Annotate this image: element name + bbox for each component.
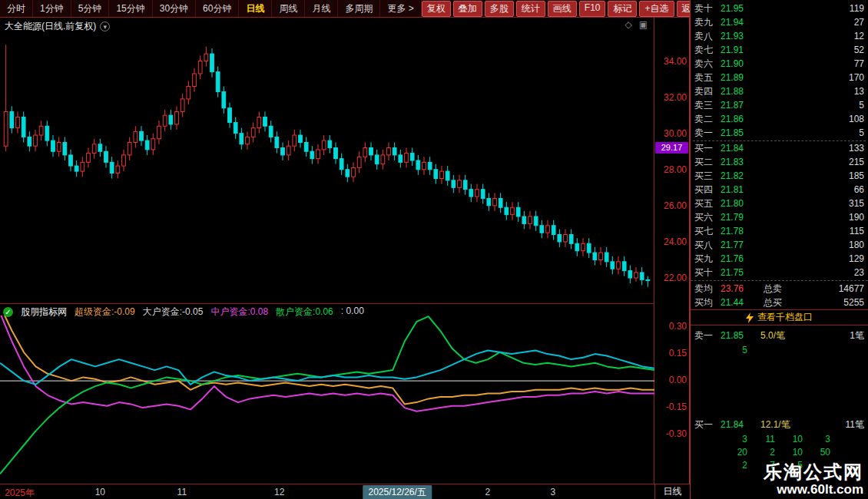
- bid-row[interactable]: 买十21.7523: [691, 266, 868, 279]
- x-ticks: 2025年1011122025/12/26/五23: [0, 484, 654, 499]
- ask-price: 21.88: [721, 86, 764, 97]
- bid-row[interactable]: 买六21.79190: [691, 210, 868, 224]
- bid-row[interactable]: 买一21.84133: [691, 141, 868, 155]
- bid-detail-price: 21.84: [721, 419, 760, 430]
- ask-price: 21.93: [721, 31, 764, 41]
- bid-volume: 133: [764, 143, 864, 154]
- ask-price: 21.94: [721, 17, 764, 28]
- bid-level-label: 买一: [694, 142, 721, 155]
- indicator-axis-label: -0.30: [666, 428, 687, 439]
- x-axis-label[interactable]: 2025/12/26/五: [363, 485, 431, 499]
- ask-row[interactable]: 卖四21.8813: [691, 84, 868, 98]
- ask-volume: 5: [764, 127, 864, 138]
- toolbar-button[interactable]: 统计: [516, 1, 545, 17]
- ask-queue: 5: [691, 343, 868, 356]
- diamond-icon[interactable]: ◇: [624, 19, 631, 30]
- ask-row[interactable]: 卖三21.875: [691, 98, 868, 112]
- period-label: 日线: [654, 484, 690, 499]
- ask-volume: 77: [764, 58, 864, 69]
- chevron-down-icon[interactable]: ▾: [100, 21, 110, 31]
- bid-detail-per-trade: 12.1/笔: [760, 418, 811, 431]
- ask-row[interactable]: 卖六21.9077: [691, 57, 868, 71]
- period-tab[interactable]: 更多 >: [380, 0, 421, 17]
- period-tab[interactable]: 分时: [0, 0, 33, 17]
- toolbar-button[interactable]: 标记: [608, 1, 637, 17]
- ask-row[interactable]: 卖七21.9152: [691, 43, 868, 57]
- total-sell-label: 总卖: [764, 283, 794, 296]
- period-tab[interactable]: 15分钟: [109, 0, 152, 17]
- source-check-icon: ✓: [3, 307, 13, 317]
- toolbar-button[interactable]: 多股: [485, 1, 514, 17]
- queue-value: 11: [747, 434, 775, 444]
- period-tab[interactable]: 日线: [239, 0, 272, 17]
- x-axis-label: 2: [485, 487, 490, 497]
- bid-row[interactable]: 买四21.8166: [691, 183, 868, 197]
- window-icon[interactable]: ▣: [639, 19, 648, 30]
- toolbar-button[interactable]: 复权: [422, 1, 451, 17]
- ask-row[interactable]: 卖八21.9312: [691, 29, 868, 43]
- price-axis-label: 34.00: [664, 56, 687, 67]
- bid-row[interactable]: 买九21.76129: [691, 252, 868, 266]
- legend-item: 大户资金:-0.05: [143, 306, 204, 319]
- toolbar-button[interactable]: 画线: [548, 1, 577, 17]
- ask-level-label: 卖八: [694, 30, 721, 43]
- bid-price: 21.80: [721, 198, 764, 209]
- toolbar-button[interactable]: F10: [579, 1, 606, 17]
- bid-row[interactable]: 买八21.77180: [691, 238, 868, 252]
- bid-volume: 190: [764, 212, 864, 223]
- candlestick-chart[interactable]: [0, 18, 654, 303]
- buy-average-label: 买均: [694, 296, 721, 309]
- ask-level-label: 卖十: [694, 2, 721, 15]
- main-chart-area[interactable]: 大全能源(日线.前复权) ▾ ◇ ▣: [0, 18, 654, 303]
- bid-row[interactable]: 买七21.78115: [691, 224, 868, 238]
- bid-level-label: 买五: [694, 197, 721, 210]
- chart-title-row: 大全能源(日线.前复权) ▾: [5, 20, 110, 33]
- bid-detail-trades: 11笔: [811, 418, 864, 431]
- period-tab[interactable]: 周线: [272, 0, 305, 17]
- bid-volume: 66: [764, 184, 864, 195]
- period-tab[interactable]: 60分钟: [196, 0, 239, 17]
- price-axis-label: 32.00: [664, 92, 687, 103]
- ask-level-label: 卖三: [694, 99, 721, 112]
- bid-row[interactable]: 买三21.82185: [691, 169, 868, 183]
- ask-volume: 12: [764, 31, 864, 41]
- bid-level-label: 买十: [694, 266, 721, 279]
- queue-value: 2: [747, 447, 775, 458]
- chart-title: 大全能源(日线.前复权): [5, 20, 96, 33]
- bid-row[interactable]: 买五21.80315: [691, 197, 868, 210]
- ask-row[interactable]: 卖二21.86108: [691, 112, 868, 126]
- ask-row[interactable]: 卖九21.9427: [691, 15, 868, 29]
- indicator-axis-label: -0.15: [666, 402, 687, 412]
- indicator-source: 股朋指标网: [21, 306, 67, 319]
- time-axis: 2025年1011122025/12/26/五23 日线: [0, 484, 690, 499]
- indicator-panel[interactable]: ✓ 股朋指标网 超级资金:-0.09大户资金:-0.05中户资金:0.08散户资…: [0, 303, 654, 484]
- bid-row[interactable]: 买二21.83215: [691, 155, 868, 169]
- bid-level-label: 买七: [694, 225, 721, 238]
- indicator-chart[interactable]: [0, 316, 654, 483]
- toolbar-button[interactable]: 叠加: [453, 1, 482, 17]
- bid-price: 21.79: [721, 212, 764, 223]
- bid-level-label: 买二: [694, 156, 721, 169]
- bid-volume: 185: [764, 170, 864, 181]
- ask-row[interactable]: 卖五21.89170: [691, 71, 868, 84]
- ask-volume: 52: [764, 45, 864, 55]
- ask-row[interactable]: 卖一21.855: [691, 126, 868, 140]
- sell-average-row: 卖均 23.76 总卖 14677: [691, 282, 868, 296]
- ask-detail-price: 21.85: [721, 330, 760, 341]
- toolbar-button[interactable]: +自选: [639, 1, 674, 17]
- bid-detail-label: 买一: [694, 418, 721, 431]
- period-tab[interactable]: 5分钟: [71, 0, 110, 17]
- period-tab[interactable]: 多周期: [338, 0, 380, 17]
- ask-row[interactable]: 卖十21.95119: [691, 2, 868, 15]
- ask-level-label: 卖四: [694, 85, 721, 98]
- period-tab[interactable]: 月线: [305, 0, 338, 17]
- period-tab[interactable]: 30分钟: [153, 0, 196, 17]
- period-tab[interactable]: 1分钟: [33, 0, 71, 17]
- depth-link[interactable]: 查看千档盘口: [757, 311, 813, 324]
- queue-value: 20: [720, 447, 747, 458]
- app-window: 分时1分钟5分钟15分钟30分钟60分钟日线周线月线多周期更多 > 复权叠加多股…: [0, 0, 868, 499]
- total-buy-value: 5255: [794, 297, 864, 308]
- ask-price: 21.89: [721, 72, 764, 83]
- indicator-axis-label: 0.00: [669, 375, 687, 385]
- x-axis-label: 10: [95, 487, 105, 497]
